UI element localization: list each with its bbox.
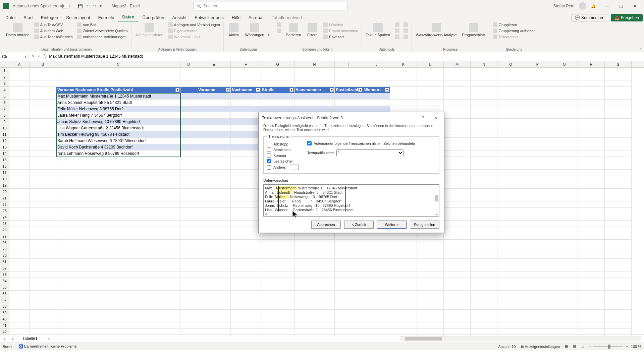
delim-other-input[interactable] (290, 165, 299, 170)
finish-button[interactable]: Fertig stellen (410, 221, 439, 229)
textqualifier-select[interactable]: " (336, 149, 404, 156)
text-wizard-dialog: Textkonvertierungs-Assistent - Schritt 2… (258, 112, 444, 233)
delim-comma-checkbox[interactable] (267, 153, 271, 158)
cancel-button[interactable]: Abbrechen (311, 221, 341, 229)
delim-other-checkbox[interactable] (267, 165, 271, 170)
consecutive-checkbox[interactable] (307, 141, 312, 145)
back-button[interactable]: < Zurück (344, 221, 374, 229)
delim-space-checkbox[interactable] (267, 159, 271, 163)
preview-scroll-left-icon[interactable]: ◂ (265, 212, 267, 216)
textqualifier-label: Textqualifizierer: (307, 151, 334, 155)
preview-label: Datenvorschau (263, 178, 439, 182)
next-button[interactable]: Weiter > (377, 221, 407, 229)
delim-tab-checkbox[interactable] (267, 142, 271, 146)
preview-vscroll-thumb[interactable] (435, 195, 438, 201)
delimiters-fieldset: Trennzeichen Tabstopp Semikolon Komma Le… (263, 134, 439, 174)
preview-scroll-right-icon[interactable]: ▸ (436, 212, 438, 216)
dialog-close-button[interactable]: ✕ (431, 114, 441, 122)
delim-semicolon-checkbox[interactable] (267, 147, 271, 152)
dialog-help-button[interactable]: ? (418, 114, 428, 122)
delimiters-label: Trennzeichen (267, 134, 292, 138)
dialog-description: Dieses Dialogfeld ermöglicht es Ihnen, T… (263, 124, 439, 132)
data-preview[interactable]: Max Mustermann Musterstraße 1 12345 Must… (263, 184, 439, 217)
dialog-title: Textkonvertierungs-Assistent - Schritt 2… (262, 116, 343, 120)
